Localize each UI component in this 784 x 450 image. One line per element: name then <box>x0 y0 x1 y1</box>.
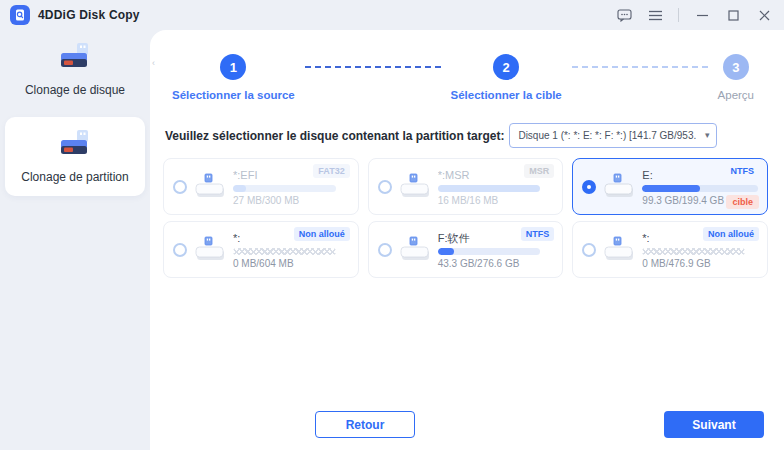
app-title: 4DDiG Disk Copy <box>38 8 140 22</box>
usage-bar-unallocated <box>233 248 336 255</box>
chevron-down-icon: ▾ <box>705 130 710 140</box>
target-disk-label: Veuillez sélectionner le disque contenan… <box>165 129 504 143</box>
titlebar: 4DDiG Disk Copy <box>0 0 784 30</box>
usb-drive-icon <box>601 235 637 265</box>
partition-card-e-selected[interactable]: E: 99.3 GB/199.4 GB NTFS cible <box>572 158 768 215</box>
target-badge: cible <box>726 195 759 209</box>
radio-button[interactable] <box>173 243 187 257</box>
usage-bar <box>438 248 541 255</box>
partition-card-unallocated-2[interactable]: *: 0 MB/476.9 GB Non alloué <box>572 221 768 278</box>
usage-bar <box>438 185 541 192</box>
usb-drive-icon <box>192 235 228 265</box>
usage-bar <box>233 185 336 192</box>
step-select-source: 1 Sélectionner la source <box>172 54 295 101</box>
maximize-icon[interactable] <box>725 7 741 23</box>
usb-drive-icon <box>397 172 433 202</box>
partition-size: 43.3 GB/276.6 GB <box>438 258 555 270</box>
stepper-connector <box>572 66 708 68</box>
next-button[interactable]: Suivant <box>664 411 764 438</box>
close-icon[interactable] <box>756 7 772 23</box>
radio-button[interactable] <box>582 243 596 257</box>
footer: Retour Suivant <box>315 411 764 438</box>
radio-button[interactable] <box>378 243 392 257</box>
partition-size: 0 MB/476.9 GB <box>642 258 759 270</box>
partition-grid: *:EFI 27 MB/300 MB FAT32 *:MSR 16 MB/16 … <box>150 148 784 278</box>
menu-icon[interactable] <box>647 7 663 23</box>
usb-drive-icon <box>397 235 433 265</box>
radio-button[interactable] <box>173 180 187 194</box>
step-number: 3 <box>723 54 749 80</box>
disk-select-dropdown[interactable]: Disque 1 (*: *: E: *: F: *:) [141.7 GB/9… <box>509 123 717 148</box>
radio-button-checked[interactable] <box>582 180 596 194</box>
step-label: Sélectionner la cible <box>451 89 562 101</box>
step-preview: 3 Aperçu <box>718 54 754 101</box>
filesystem-badge: Non alloué <box>294 227 350 241</box>
filesystem-badge: MSR <box>524 164 554 178</box>
step-select-target: 2 Sélectionner la cible <box>451 54 562 101</box>
step-label: Aperçu <box>718 89 754 101</box>
step-label: Sélectionner la source <box>172 89 295 101</box>
usb-drive-icon <box>601 172 637 202</box>
sidebar-item-partition-clone[interactable]: Clonage de partition <box>5 117 145 196</box>
app-logo-icon <box>10 5 30 25</box>
minimize-icon[interactable] <box>694 7 710 23</box>
partition-size: 27 MB/300 MB <box>233 195 350 207</box>
partition-card-unallocated-1[interactable]: *: 0 MB/604 MB Non alloué <box>163 221 359 278</box>
sidebar-item-label: Clonage de partition <box>21 170 128 184</box>
partition-card-efi[interactable]: *:EFI 27 MB/300 MB FAT32 <box>163 158 359 215</box>
disk-select-value: Disque 1 (*: *: E: *: F: *:) [141.7 GB/9… <box>518 130 696 141</box>
step-number: 2 <box>493 54 519 80</box>
stepper: 1 Sélectionner la source 2 Sélectionner … <box>150 30 784 101</box>
sidebar-collapse-icon[interactable]: ‹ <box>152 58 155 68</box>
sidebar-item-disk-clone[interactable]: Clonage de disque <box>0 30 150 109</box>
filesystem-badge: FAT32 <box>313 164 349 178</box>
usb-drive-icon <box>192 172 228 202</box>
partition-card-msr[interactable]: *:MSR 16 MB/16 MB MSR <box>368 158 564 215</box>
feedback-icon[interactable] <box>616 7 632 23</box>
usage-bar-unallocated <box>642 248 745 255</box>
main-panel: ‹ 1 Sélectionner la source 2 Sélectionne… <box>150 30 784 450</box>
partition-size: 0 MB/604 MB <box>233 258 350 270</box>
disk-clone-icon <box>55 42 95 76</box>
sidebar-item-label: Clonage de disque <box>25 83 125 97</box>
filesystem-badge: Non alloué <box>703 227 759 241</box>
sidebar: Clonage de disque Clonage de partition <box>0 30 150 450</box>
radio-button[interactable] <box>378 180 392 194</box>
filesystem-badge: NTFS <box>726 164 760 178</box>
stepper-connector <box>305 66 441 68</box>
partition-card-f[interactable]: F:软件 43.3 GB/276.6 GB NTFS <box>368 221 564 278</box>
target-disk-row: Veuillez sélectionner le disque contenan… <box>150 101 784 148</box>
titlebar-divider <box>678 8 679 22</box>
usage-bar <box>642 185 758 192</box>
back-button[interactable]: Retour <box>315 411 415 438</box>
filesystem-badge: NTFS <box>521 227 555 241</box>
partition-clone-icon <box>55 129 95 163</box>
step-number: 1 <box>220 54 246 80</box>
partition-size: 16 MB/16 MB <box>438 195 555 207</box>
